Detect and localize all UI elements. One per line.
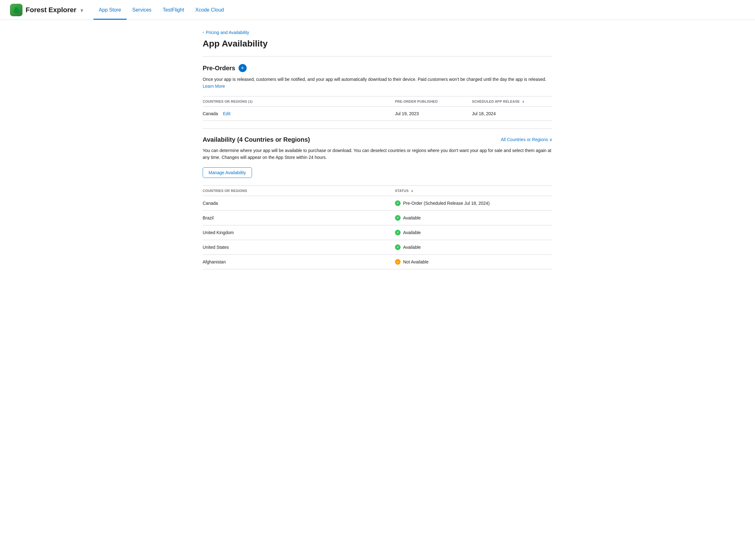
preorders-section: Pre-Orders + Once your app is released, …: [203, 64, 552, 121]
chevron-down-icon: ∨: [549, 137, 552, 142]
avail-row: United KingdomAvailable: [203, 225, 552, 240]
status-dot-icon: [395, 230, 401, 235]
brand-chevron-icon: ∨: [80, 7, 83, 13]
avail-row-status: Available: [395, 211, 552, 225]
breadcrumb-label: Pricing and Availability: [206, 30, 249, 35]
sort-arrow-icon: ∧: [522, 100, 524, 103]
avail-row-country: Canada: [203, 196, 395, 211]
preorders-row: Canada Edit Jul 19, 2023 Jul 18, 2024: [203, 106, 552, 120]
avail-row: BrazilAvailable: [203, 211, 552, 225]
avail-row-country: United States: [203, 240, 395, 254]
divider-1: [203, 56, 552, 57]
availability-header-row: Availability (4 Countries or Regions) Al…: [203, 136, 552, 143]
breadcrumb-chevron-icon: ‹: [203, 30, 204, 35]
status-text: Available: [403, 230, 421, 235]
brand-name: Forest Explorer: [26, 6, 77, 14]
preorders-col-scheduled[interactable]: Scheduled App Release ∧: [472, 96, 552, 106]
all-countries-dropdown[interactable]: All Countries or Regions ∨: [501, 137, 552, 142]
availability-section: Availability (4 Countries or Regions) Al…: [203, 136, 552, 269]
breadcrumb[interactable]: ‹ Pricing and Availability: [203, 30, 552, 35]
brand[interactable]: 🌲 Forest Explorer ∨: [10, 4, 83, 16]
preorders-edit-link[interactable]: Edit: [223, 111, 231, 116]
status-cell: Pre-Order (Scheduled Release Jul 18, 202…: [395, 200, 552, 206]
app-icon: 🌲: [10, 4, 22, 16]
main-content: ‹ Pricing and Availability App Availabil…: [190, 20, 565, 279]
nav-services[interactable]: Services: [127, 0, 157, 20]
avail-row-status: Not Available: [395, 254, 552, 269]
status-cell: Available: [395, 230, 552, 235]
status-dot-icon: [395, 215, 401, 221]
preorders-col-countries: Countries or Regions (1): [203, 96, 395, 106]
manage-availability-button[interactable]: Manage Availability: [203, 167, 252, 178]
preorders-row-published: Jul 19, 2023: [395, 106, 472, 120]
avail-row: United StatesAvailable: [203, 240, 552, 254]
status-text: Pre-Order (Scheduled Release Jul 18, 202…: [403, 201, 490, 206]
preorders-title: Pre-Orders: [203, 65, 235, 72]
preorders-row-scheduled: Jul 18, 2024: [472, 106, 552, 120]
page-title: App Availability: [203, 39, 552, 49]
availability-title: Availability (4 Countries or Regions): [203, 136, 310, 143]
status-dot-icon: [395, 259, 401, 265]
preorders-table: Countries or Regions (1) Pre-Order Publi…: [203, 96, 552, 121]
avail-row-status: Available: [395, 240, 552, 254]
nav-xcode-cloud[interactable]: Xcode Cloud: [190, 0, 230, 20]
navbar: 🌲 Forest Explorer ∨ App Store Services T…: [0, 0, 755, 20]
avail-row-country: Afghanistan: [203, 254, 395, 269]
nav-app-store[interactable]: App Store: [93, 0, 127, 20]
status-text: Available: [403, 215, 421, 220]
avail-row: AfghanistanNot Available: [203, 254, 552, 269]
nav-testflight[interactable]: TestFlight: [157, 0, 190, 20]
avail-row: CanadaPre-Order (Scheduled Release Jul 1…: [203, 196, 552, 211]
availability-table: Countries or Regions Status ∧ CanadaPre-…: [203, 185, 552, 269]
avail-row-status: Pre-Order (Scheduled Release Jul 18, 202…: [395, 196, 552, 211]
add-preorder-button[interactable]: +: [239, 64, 247, 72]
preorders-col-published: Pre-Order Published: [395, 96, 472, 106]
nav-links: App Store Services TestFlight Xcode Clou…: [93, 0, 230, 20]
availability-description: You can determine where your app will be…: [203, 147, 552, 161]
preorders-description: Once your app is released, customers wil…: [203, 76, 552, 90]
avail-col-status[interactable]: Status ∧: [395, 185, 552, 196]
status-cell: Available: [395, 244, 552, 250]
status-text: Available: [403, 245, 421, 250]
learn-more-link[interactable]: Learn More: [203, 84, 225, 89]
status-cell: Not Available: [395, 259, 552, 265]
status-dot-icon: [395, 200, 401, 206]
status-dot-icon: [395, 244, 401, 250]
status-cell: Available: [395, 215, 552, 221]
preorders-row-country: Canada Edit: [203, 106, 395, 120]
preorders-title-row: Pre-Orders +: [203, 64, 552, 72]
status-text: Not Available: [403, 259, 429, 264]
divider-2: [203, 128, 552, 128]
avail-row-country: United Kingdom: [203, 225, 395, 240]
avail-row-status: Available: [395, 225, 552, 240]
avail-row-country: Brazil: [203, 211, 395, 225]
avail-col-countries: Countries or Regions: [203, 185, 395, 196]
status-sort-arrow-icon: ∧: [411, 189, 413, 193]
